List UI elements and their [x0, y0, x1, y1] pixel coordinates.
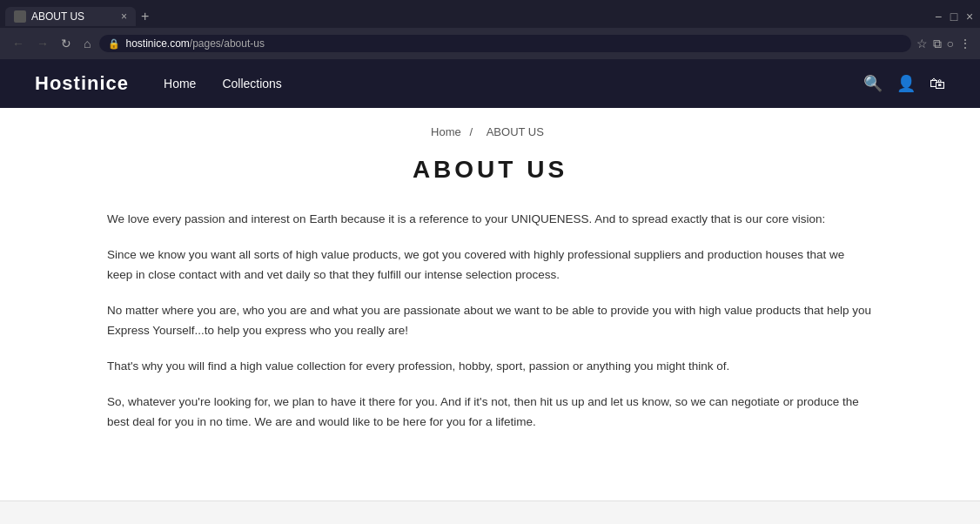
browser-tabs-bar: ABOUT US × + − □ ×	[0, 0, 980, 28]
breadcrumb-current: ABOUT US	[487, 125, 544, 138]
search-icon[interactable]: 🔍	[863, 74, 883, 93]
lock-icon: 🔒	[108, 38, 120, 50]
page-content: ABOUT US We love every passion and inter…	[55, 147, 925, 500]
address-bar[interactable]: 🔒 hostinice.com/pages/about-us	[99, 35, 910, 52]
url-path: /pages/about-us	[190, 37, 265, 50]
paragraph-5: So, whatever you're looking for, we plan…	[107, 393, 873, 433]
active-tab[interactable]: ABOUT US ×	[5, 7, 136, 26]
site-header: Hostinice Home Collections 🔍 👤 🛍	[0, 59, 980, 108]
breadcrumb-separator: /	[469, 125, 473, 138]
paragraph-1: We love every passion and interest on Ea…	[107, 210, 873, 230]
tab-close-button[interactable]: ×	[121, 10, 127, 23]
url-domain: hostinice.com	[125, 37, 189, 50]
site-header-icons: 🔍 👤 🛍	[863, 74, 945, 93]
browser-chrome: ABOUT US × + − □ × ← → ↻ ⌂ 🔒 hostinice.c…	[0, 0, 980, 59]
paragraph-3: No matter where you are, who you are and…	[107, 301, 873, 341]
minimize-button[interactable]: −	[933, 11, 943, 22]
new-tab-button[interactable]: +	[141, 10, 149, 24]
bookmark-icon[interactable]: ☆	[916, 37, 928, 50]
reload-button[interactable]: ↻	[57, 35, 75, 52]
browser-address-bar: ← → ↻ ⌂ 🔒 hostinice.com/pages/about-us ☆…	[0, 28, 980, 59]
site-nav: Home Collections	[164, 77, 863, 91]
restore-button[interactable]: □	[949, 11, 959, 22]
back-button[interactable]: ←	[9, 35, 28, 52]
tab-favicon	[14, 10, 26, 23]
site-logo: Hostinice	[35, 72, 129, 95]
extensions-icon[interactable]: ⧉	[933, 37, 942, 51]
breadcrumb: Home / ABOUT US	[0, 108, 980, 147]
paragraph-4: That's why you will find a high value co…	[107, 357, 873, 377]
breadcrumb-home[interactable]: Home	[431, 125, 461, 138]
window-controls: − □ ×	[933, 11, 975, 22]
close-window-button[interactable]: ×	[964, 11, 975, 22]
home-button[interactable]: ⌂	[80, 35, 94, 52]
cart-icon[interactable]: 🛍	[930, 75, 945, 93]
page-title: ABOUT US	[107, 156, 873, 184]
url-display: hostinice.com/pages/about-us	[125, 37, 902, 50]
menu-icon[interactable]: ⋮	[959, 37, 971, 50]
forward-button[interactable]: →	[33, 35, 52, 52]
nav-collections[interactable]: Collections	[222, 77, 281, 91]
page-body: We love every passion and interest on Ea…	[107, 210, 873, 433]
account-icon[interactable]: 👤	[896, 74, 916, 93]
paragraph-2: Since we know you want all sorts of high…	[107, 245, 873, 286]
tab-title: ABOUT US	[31, 10, 116, 23]
nav-home[interactable]: Home	[164, 77, 196, 91]
profile-icon[interactable]: ○	[947, 37, 954, 50]
site-footer: Quick links FAQS ABOUT US CONTACT US WHY…	[0, 500, 980, 525]
